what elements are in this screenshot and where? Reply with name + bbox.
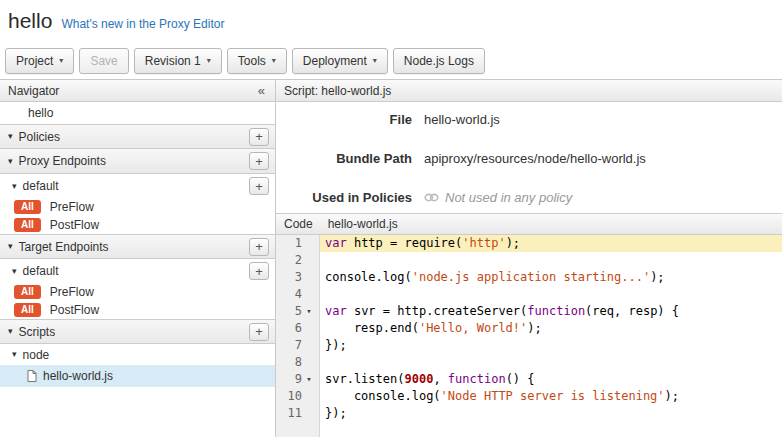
nav-item-proxy-postflow[interactable]: All PostFlow [0, 216, 275, 234]
line-number[interactable]: 11 [276, 405, 302, 422]
nav-item-proxy-default[interactable]: ▾ default + [0, 174, 275, 198]
fold-spacer [302, 405, 316, 422]
code-line[interactable]: 3console.log('node.js application starti… [276, 269, 782, 286]
gutter-cell[interactable]: 5▾ [276, 303, 320, 320]
fold-arrow-icon[interactable]: ▾ [302, 303, 316, 320]
triangle-down-icon[interactable]: ▾ [8, 242, 13, 251]
revision-menu-button[interactable]: Revision 1 ▾ [134, 48, 222, 74]
add-flow-button[interactable]: + [249, 177, 269, 195]
line-number[interactable]: 9 [276, 371, 302, 388]
code-line-text[interactable]: console.log('Node HTTP server is listeni… [320, 388, 782, 405]
collapse-sidebar-icon[interactable]: « [254, 84, 269, 97]
fold-spacer [302, 354, 316, 371]
code-line-text[interactable]: }); [320, 337, 782, 354]
page-header: hello What's new in the Proxy Editor [0, 0, 782, 42]
line-number[interactable]: 8 [276, 354, 302, 371]
triangle-down-icon[interactable]: ▾ [8, 327, 13, 336]
save-button[interactable]: Save [79, 48, 128, 74]
nav-item-node-folder[interactable]: ▾ node [0, 344, 275, 365]
add-flow-button[interactable]: + [249, 262, 269, 280]
triangle-down-icon[interactable]: ▾ [8, 157, 13, 166]
line-number[interactable]: 1 [276, 235, 302, 252]
line-number[interactable]: 4 [276, 286, 302, 303]
line-number[interactable]: 5 [276, 303, 302, 320]
project-menu-button[interactable]: Project ▾ [5, 48, 74, 74]
code-line[interactable]: 6 resp.end('Hello, World!'); [276, 320, 782, 337]
gutter-cell[interactable]: 2 [276, 252, 320, 269]
gutter-cell[interactable]: 8 [276, 354, 320, 371]
nav-item-proxy-preflow[interactable]: All PreFlow [0, 198, 275, 216]
code-line[interactable]: 1var http = require('http'); [276, 235, 782, 252]
fold-spacer [302, 286, 316, 303]
section-target-endpoints[interactable]: ▾ Target Endpoints + [0, 234, 275, 259]
line-number[interactable]: 3 [276, 269, 302, 286]
code-line[interactable]: 4 [276, 286, 782, 303]
whats-new-link[interactable]: What's new in the Proxy Editor [61, 17, 224, 31]
code-line-text[interactable]: }); [320, 405, 782, 422]
code-line[interactable]: 11}); [276, 405, 782, 422]
nav-item-hello-world-js[interactable]: hello-world.js [0, 365, 275, 387]
fold-spacer [302, 337, 316, 354]
code-line-text[interactable]: console.log('node.js application startin… [320, 269, 782, 286]
gutter-cell[interactable]: 7 [276, 337, 320, 354]
code-line-text[interactable] [320, 286, 782, 303]
nav-item-label: node [23, 348, 50, 362]
chevron-down-icon: ▾ [59, 57, 63, 65]
field-bundle-path-value: apiproxy/resources/node/hello-world.js [424, 151, 646, 166]
line-number[interactable]: 2 [276, 252, 302, 269]
gutter-cell[interactable]: 4 [276, 286, 320, 303]
gutter-cell[interactable]: 10 [276, 388, 320, 405]
add-target-endpoint-button[interactable]: + [249, 238, 269, 256]
code-line-text[interactable] [320, 252, 782, 269]
gutter-cell[interactable]: 9▾ [276, 371, 320, 388]
field-used-in-policies-value: Not used in any policy [424, 190, 572, 205]
section-proxy-endpoints[interactable]: ▾ Proxy Endpoints + [0, 149, 275, 174]
nodejs-logs-button[interactable]: Node.js Logs [393, 48, 485, 74]
add-script-button[interactable]: + [249, 323, 269, 341]
gutter-cell[interactable]: 3 [276, 269, 320, 286]
code-line[interactable]: 8 [276, 354, 782, 371]
triangle-down-icon[interactable]: ▾ [12, 267, 17, 276]
code-file-name: hello-world.js [328, 217, 398, 231]
nav-item-target-preflow[interactable]: All PreFlow [0, 283, 275, 301]
proxy-editor-app: hello What's new in the Proxy Editor Pro… [0, 0, 782, 437]
code-line-text[interactable] [320, 354, 782, 371]
code-line-text[interactable]: resp.end('Hello, World!'); [320, 320, 782, 337]
tools-menu-button[interactable]: Tools ▾ [227, 48, 287, 74]
nav-item-target-postflow[interactable]: All PostFlow [0, 301, 275, 319]
triangle-down-icon[interactable]: ▾ [8, 132, 13, 141]
script-detail-panel: Script: hello-world.js File hello-world.… [276, 80, 782, 437]
code-line[interactable]: 9▾svr.listen(9000, function() { [276, 371, 782, 388]
revision-menu-label: Revision 1 [145, 54, 201, 68]
nav-item-label: default [23, 264, 59, 278]
code-line[interactable]: 7}); [276, 337, 782, 354]
proxy-name-title: hello [8, 9, 52, 33]
code-section-header: Code hello-world.js [276, 213, 782, 235]
gutter-cell[interactable]: 1 [276, 235, 320, 252]
nav-item-target-default[interactable]: ▾ default + [0, 259, 275, 283]
gutter-cell[interactable]: 11 [276, 405, 320, 422]
section-scripts[interactable]: ▾ Scripts + [0, 319, 275, 344]
code-line[interactable]: 10 console.log('Node HTTP server is list… [276, 388, 782, 405]
line-number[interactable]: 7 [276, 337, 302, 354]
project-menu-label: Project [16, 54, 53, 68]
code-line-text[interactable]: var http = require('http'); [320, 235, 782, 252]
code-line[interactable]: 2 [276, 252, 782, 269]
code-line[interactable]: 5▾var svr = http.createServer(function(r… [276, 303, 782, 320]
fold-arrow-icon[interactable]: ▾ [302, 371, 316, 388]
section-policies[interactable]: ▾ Policies + [0, 124, 275, 149]
nav-item-proxy-root[interactable]: hello [0, 102, 275, 124]
add-proxy-endpoint-button[interactable]: + [249, 152, 269, 170]
triangle-down-icon[interactable]: ▾ [12, 182, 17, 191]
gutter-cell[interactable]: 6 [276, 320, 320, 337]
line-number[interactable]: 6 [276, 320, 302, 337]
triangle-down-icon[interactable]: ▾ [12, 350, 17, 359]
code-line-text[interactable]: var svr = http.createServer(function(req… [320, 303, 782, 320]
code-editor[interactable]: 1var http = require('http');23console.lo… [276, 235, 782, 437]
code-line-text[interactable]: svr.listen(9000, function() { [320, 371, 782, 388]
script-panel-title: Script: hello-world.js [284, 84, 391, 98]
line-number[interactable]: 10 [276, 388, 302, 405]
add-policy-button[interactable]: + [249, 128, 269, 146]
deployment-menu-button[interactable]: Deployment ▾ [292, 48, 388, 74]
unlink-icon [424, 192, 439, 203]
